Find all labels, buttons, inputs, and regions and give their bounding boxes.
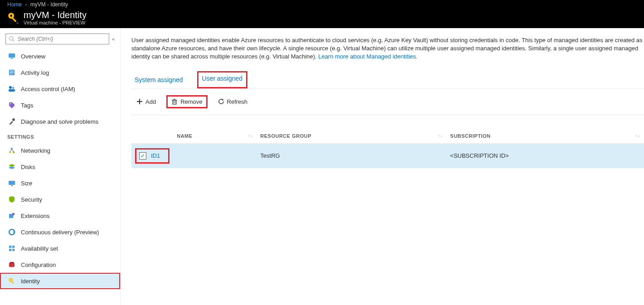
add-button[interactable]: Add: [131, 95, 161, 108]
refresh-icon: [218, 98, 224, 105]
search-icon: [9, 36, 15, 42]
sidebar-item-label: Overview: [21, 53, 45, 60]
remove-button[interactable]: Remove: [166, 95, 207, 108]
svg-line-5: [13, 40, 15, 42]
svg-line-21: [10, 149, 12, 152]
svg-rect-34: [12, 249, 15, 251]
search-input[interactable]: [18, 36, 106, 42]
svg-rect-7: [10, 58, 13, 59]
svg-rect-14: [9, 89, 15, 92]
cd-icon: [8, 228, 15, 236]
refresh-label: Refresh: [227, 98, 248, 105]
identity-icon: [8, 277, 15, 285]
svg-rect-35: [9, 263, 15, 267]
identities-table: NAME↑↓ RESOURCE GROUP↑↓ SUBSCRIPTION↑↓ I…: [131, 129, 644, 168]
refresh-button[interactable]: Refresh: [213, 95, 253, 108]
breadcrumb: Home › myVM - Identity: [0, 0, 644, 9]
tabs: System assigned User assigned: [131, 71, 644, 89]
svg-rect-6: [9, 53, 15, 58]
top-bar: Home › myVM - Identity myVM - Identity V…: [0, 0, 644, 28]
name-column-header[interactable]: NAME↑↓: [173, 129, 257, 144]
svg-rect-33: [9, 249, 11, 251]
iam-icon: [8, 85, 15, 92]
search-box[interactable]: [5, 34, 109, 44]
sidebar-item-configuration[interactable]: Configuration: [0, 257, 120, 273]
sidebar-item-label: Security: [21, 196, 42, 203]
sort-icon[interactable]: ↑↓: [248, 133, 253, 138]
sidebar-item-label: Activity log: [21, 69, 49, 76]
page-subtitle: Virtual machine - PREVIEW: [24, 20, 87, 25]
sidebar-item-label: Diagnose and solve problems: [21, 118, 98, 125]
svg-rect-25: [9, 181, 15, 185]
tab-user-assigned[interactable]: User assigned: [197, 71, 248, 88]
sidebar: « Overview Activity log Access control (…: [0, 28, 121, 305]
svg-point-12: [9, 86, 12, 89]
svg-point-13: [12, 87, 14, 89]
svg-rect-28: [12, 213, 15, 215]
extensions-icon: [8, 212, 15, 219]
shield-icon: [8, 196, 15, 203]
sidebar-item-activity-log[interactable]: Activity log: [0, 64, 120, 81]
sidebar-item-overview[interactable]: Overview: [0, 48, 120, 64]
add-label: Add: [145, 98, 156, 105]
sidebar-item-diagnose[interactable]: Diagnose and solve problems: [0, 113, 120, 130]
wrench-icon: [8, 118, 15, 125]
svg-rect-32: [12, 246, 15, 248]
svg-rect-42: [173, 100, 176, 104]
sidebar-item-security[interactable]: Security: [0, 191, 120, 208]
network-icon: [8, 147, 15, 154]
svg-marker-47: [222, 99, 224, 101]
plus-icon: [136, 98, 143, 105]
sort-icon[interactable]: ↑↓: [438, 133, 443, 138]
log-icon: [8, 69, 15, 76]
svg-rect-31: [9, 246, 11, 248]
sidebar-item-label: Access control (IAM): [21, 86, 75, 92]
resource-group-column-header[interactable]: RESOURCE GROUP↑↓: [257, 129, 446, 144]
sort-icon[interactable]: ↑↓: [635, 133, 640, 138]
tab-system-assigned[interactable]: System assigned: [131, 71, 186, 88]
sidebar-item-access-control[interactable]: Access control (IAM): [0, 81, 120, 97]
learn-more-link[interactable]: Learn more about Managed identities.: [318, 53, 417, 60]
svg-rect-2: [12, 17, 17, 22]
svg-point-24: [9, 167, 15, 169]
sidebar-item-label: Identity: [21, 278, 40, 285]
sidebar-item-extensions[interactable]: Extensions: [0, 208, 120, 224]
breadcrumb-home[interactable]: Home: [7, 1, 22, 8]
sidebar-item-size[interactable]: Size: [0, 175, 120, 191]
row-checkbox[interactable]: [139, 152, 146, 160]
description-text: User assigned managed identities enable …: [131, 36, 644, 61]
toolbar: Add Remove Refresh: [131, 89, 644, 115]
svg-point-17: [12, 118, 15, 121]
disks-icon: [8, 163, 15, 170]
breadcrumb-current: myVM - Identity: [30, 1, 68, 8]
tag-icon: [8, 102, 15, 109]
subscription-column-header[interactable]: SUBSCRIPTION↑↓: [446, 129, 644, 144]
row-subscription: <SUBSCRIPTION ID>: [446, 143, 644, 168]
svg-point-23: [9, 165, 15, 167]
key-icon: [7, 12, 19, 24]
sidebar-item-disks[interactable]: Disks: [0, 159, 120, 175]
sidebar-item-continuous-delivery[interactable]: Continuous delivery (Preview): [0, 224, 120, 240]
sidebar-item-label: Configuration: [21, 261, 56, 268]
svg-point-38: [10, 280, 12, 281]
checkbox-column-header: [131, 129, 173, 144]
sidebar-item-identity[interactable]: Identity: [0, 273, 120, 289]
collapse-sidebar-icon[interactable]: «: [112, 36, 115, 42]
main-content: User assigned managed identities enable …: [121, 28, 644, 305]
svg-rect-39: [11, 281, 14, 284]
availability-icon: [8, 245, 15, 252]
svg-point-1: [10, 15, 12, 17]
svg-marker-15: [9, 102, 15, 108]
sidebar-item-tags[interactable]: Tags: [0, 97, 120, 113]
sidebar-item-networking[interactable]: Networking: [0, 142, 120, 159]
sidebar-item-label: Size: [21, 180, 32, 187]
size-icon: [8, 179, 15, 187]
sidebar-item-label: Extensions: [21, 213, 50, 219]
sidebar-item-label: Tags: [21, 102, 33, 109]
remove-label: Remove: [180, 98, 202, 105]
svg-line-22: [12, 149, 14, 152]
row-name-link[interactable]: ID1: [151, 152, 160, 159]
sidebar-item-availability-set[interactable]: Availability set: [0, 240, 120, 257]
table-row[interactable]: ID1 TestRG <SUBSCRIPTION ID>: [131, 143, 644, 168]
svg-point-16: [10, 103, 11, 104]
